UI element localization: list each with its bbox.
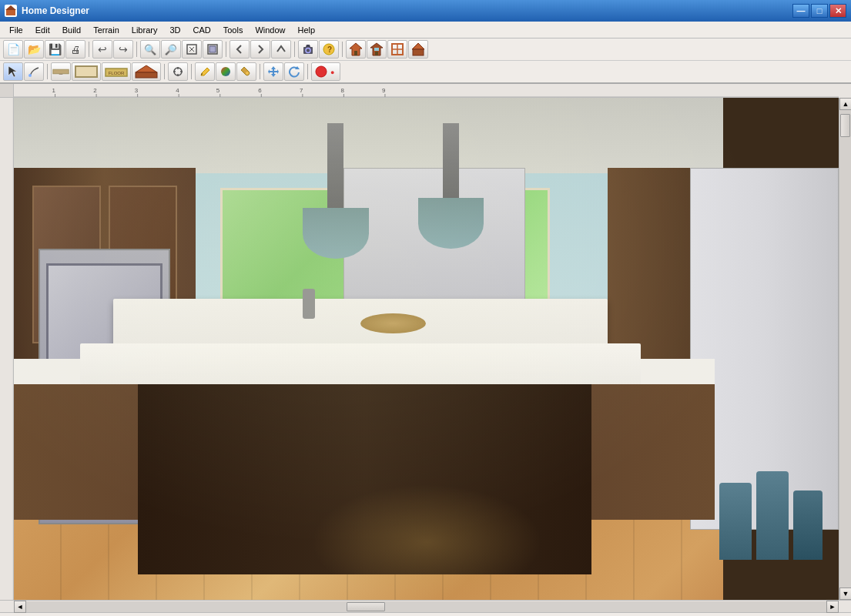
menu-edit[interactable]: Edit	[29, 24, 56, 36]
svg-rect-21	[413, 49, 424, 55]
scroll-thumb-v[interactable]	[840, 114, 850, 137]
scroll-thumb-h[interactable]	[347, 602, 385, 611]
back-icon	[233, 43, 246, 55]
svg-text:●: ●	[330, 69, 334, 76]
undo-button[interactable]: ↩	[92, 40, 112, 59]
app-icon	[5, 5, 17, 17]
vertical-scrollbar: ▲ ▼	[839, 98, 851, 600]
material-button[interactable]	[216, 62, 236, 81]
close-button[interactable]: ✕	[829, 4, 846, 18]
select-tool-button[interactable]	[3, 62, 23, 81]
open-icon: 📂	[28, 43, 41, 55]
svg-rect-30	[136, 72, 157, 78]
separator-t2-3	[191, 64, 192, 79]
pencil-button[interactable]	[195, 62, 215, 81]
camera-button[interactable]	[298, 40, 318, 59]
house-3d-button[interactable]	[367, 40, 387, 59]
snap-button[interactable]	[168, 62, 188, 81]
zoom-fit-button[interactable]	[182, 40, 202, 59]
svg-rect-64	[1, 98, 14, 600]
full-screen-icon	[206, 43, 219, 55]
move-button[interactable]	[263, 62, 283, 81]
svg-marker-8	[306, 45, 310, 47]
paint-button[interactable]	[236, 62, 256, 81]
floor-icon: FLOOR	[104, 65, 129, 79]
menu-3d[interactable]: 3D	[163, 24, 186, 36]
scroll-up-button[interactable]: ▲	[839, 98, 851, 110]
room-tool-button[interactable]	[72, 62, 101, 81]
separator-t2-2	[164, 64, 165, 79]
menu-library[interactable]: Library	[126, 24, 164, 36]
zoom-fit-icon	[186, 43, 198, 55]
paint-icon	[240, 65, 253, 78]
title-bar: Home Designer — □ ✕	[0, 0, 851, 22]
svg-rect-13	[354, 51, 357, 55]
menu-help[interactable]: Help	[292, 24, 322, 36]
svg-rect-26	[75, 66, 97, 77]
svg-rect-15	[374, 48, 379, 51]
separator-t2-4	[260, 64, 260, 79]
scroll-track-v[interactable]	[839, 110, 851, 588]
menu-build[interactable]: Build	[56, 24, 87, 36]
menu-file[interactable]: File	[3, 24, 29, 36]
bar-stools	[719, 471, 823, 560]
house-floor-icon	[390, 42, 404, 56]
separator-1	[89, 42, 89, 57]
rotate-button[interactable]	[284, 62, 304, 81]
svg-point-42	[316, 66, 327, 77]
scroll-left-button[interactable]: ◄	[14, 601, 26, 613]
record-button[interactable]: ●	[311, 62, 340, 81]
svg-text:5: 5	[216, 87, 220, 94]
barstool-2	[756, 471, 789, 560]
open-button[interactable]: 📂	[24, 40, 44, 59]
floor-tool-button[interactable]: FLOOR	[102, 62, 131, 81]
menu-window[interactable]: Window	[249, 24, 291, 36]
draw-tool-button[interactable]	[24, 62, 44, 81]
menu-tools[interactable]: Tools	[217, 24, 250, 36]
roof-tool-button[interactable]	[132, 62, 161, 81]
wall-tool-button[interactable]: ─	[51, 62, 71, 81]
svg-text:9: 9	[382, 87, 386, 94]
back-button[interactable]	[230, 40, 250, 59]
zoom-in-icon: 🔍	[144, 44, 156, 55]
ruler-h-ticks: // tick marks will be rendered inline 1 …	[14, 84, 839, 97]
scroll-right-button[interactable]: ►	[826, 601, 839, 613]
forward-button[interactable]	[250, 40, 270, 59]
house-floor-button[interactable]	[387, 40, 407, 59]
up-button[interactable]	[271, 40, 291, 59]
house-exterior-button[interactable]	[346, 40, 366, 59]
separator-5	[342, 42, 343, 57]
house-roof-button[interactable]	[408, 40, 428, 59]
svg-marker-1	[5, 5, 16, 10]
scroll-track-h[interactable]	[26, 601, 826, 612]
new-button[interactable]: 📄	[3, 40, 23, 59]
separator-t2-5	[307, 64, 308, 79]
svg-marker-40	[268, 66, 279, 77]
save-button[interactable]: 💾	[45, 40, 65, 59]
scroll-down-button[interactable]: ▼	[839, 588, 851, 600]
draw-icon	[28, 65, 40, 78]
zoom-in-button[interactable]: 🔍	[140, 40, 160, 59]
house-roof-icon	[411, 42, 425, 56]
menu-terrain[interactable]: Terrain	[87, 24, 126, 36]
minimize-button[interactable]: —	[792, 4, 809, 18]
status-bar	[0, 612, 851, 616]
svg-marker-22	[8, 66, 17, 77]
move-icon	[267, 65, 280, 78]
redo-button[interactable]: ↪	[113, 40, 133, 59]
canvas-area[interactable]	[14, 98, 839, 600]
menu-cad[interactable]: CAD	[186, 24, 216, 36]
svg-rect-6	[209, 46, 216, 52]
svg-text:8: 8	[340, 87, 344, 94]
print-button[interactable]: 🖨	[65, 40, 85, 59]
svg-rect-0	[6, 9, 15, 15]
zoom-out-button[interactable]: 🔍	[161, 40, 181, 59]
maximize-button[interactable]: □	[811, 4, 828, 18]
svg-text:7: 7	[300, 87, 303, 94]
help-button[interactable]: ?	[319, 40, 339, 59]
svg-text:1: 1	[52, 87, 56, 94]
camera-icon	[302, 43, 314, 55]
full-screen-button[interactable]	[203, 40, 223, 59]
horizontal-scrollbar: ◄ ►	[0, 600, 851, 612]
svg-text:─: ─	[59, 71, 63, 76]
